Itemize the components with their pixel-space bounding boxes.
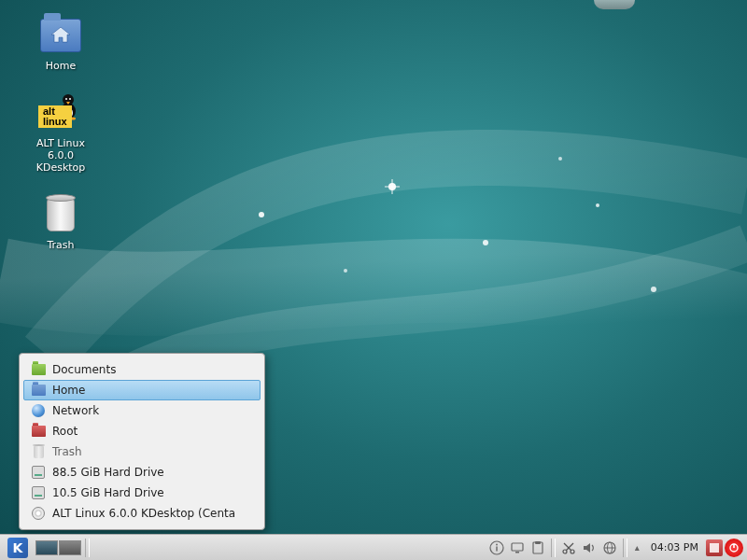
taskbar-panel: K ▴ 04:03 PM <box>0 534 747 560</box>
desktop-pager <box>35 540 81 555</box>
svg-rect-22 <box>535 541 541 544</box>
places-item-label: 88.5 GiB Hard Drive <box>52 466 164 479</box>
svg-point-3 <box>596 203 599 207</box>
places-item-hdd-2[interactable]: 10.5 GiB Hard Drive <box>23 483 261 503</box>
display-tray-icon[interactable] <box>508 538 527 558</box>
svg-point-6 <box>344 269 347 273</box>
places-item-root[interactable]: Root <box>23 421 261 441</box>
trash-icon <box>38 192 83 237</box>
svg-rect-17 <box>496 546 497 551</box>
desktop-icon-trash[interactable]: Trash <box>19 189 103 255</box>
altlinux-icon: altlinux <box>38 91 83 135</box>
places-item-label: Home <box>52 384 85 397</box>
places-item-label: Root <box>52 425 78 438</box>
svg-point-1 <box>388 183 396 190</box>
pager-desktop-1[interactable] <box>35 540 58 555</box>
svg-point-13 <box>69 98 71 100</box>
places-item-trash[interactable]: Trash <box>23 441 261 462</box>
systray-expand-arrow[interactable]: ▴ <box>631 542 643 553</box>
home-folder-icon <box>38 13 83 58</box>
svg-point-0 <box>259 212 264 217</box>
device-eject-tab[interactable] <box>594 0 635 9</box>
globe-icon <box>31 403 46 418</box>
panel-clock[interactable]: 04:03 PM <box>645 541 704 553</box>
places-item-label: Documents <box>52 363 116 376</box>
panel-separator <box>623 539 627 557</box>
places-item-home[interactable]: Home <box>23 380 261 400</box>
folder-icon <box>31 362 46 377</box>
desktop-icon-label: ALT Linux 6.0.0 KDesktop <box>22 137 99 174</box>
folder-icon <box>31 383 46 398</box>
svg-point-18 <box>496 543 498 545</box>
desktop-icon-label: Home <box>46 60 76 72</box>
svg-point-5 <box>558 157 562 161</box>
panel-separator <box>85 539 90 557</box>
places-item-label: ALT Linux 6.0.0 KDesktop (Centa <box>52 507 235 520</box>
trash-icon <box>31 444 46 459</box>
kickoff-launcher-button[interactable]: K <box>4 538 32 558</box>
network-tray-icon[interactable] <box>600 538 619 558</box>
folder-icon <box>31 424 46 439</box>
optical-disc-icon <box>31 506 46 521</box>
places-popup-menu: Documents Home Network Root Trash 88.5 G… <box>19 353 265 530</box>
svg-point-4 <box>651 287 656 292</box>
scissors-tray-icon[interactable] <box>559 538 578 558</box>
desktop-icon-altlinux[interactable]: altlinux ALT Linux 6.0.0 KDesktop <box>19 87 103 177</box>
places-item-network[interactable]: Network <box>23 400 261 421</box>
places-item-disc[interactable]: ALT Linux 6.0.0 KDesktop (Centa <box>23 503 261 524</box>
harddrive-icon <box>31 485 46 500</box>
show-desktop-button[interactable] <box>706 539 723 556</box>
places-item-documents[interactable]: Documents <box>23 359 261 380</box>
desktop-icon-label: Trash <box>47 239 74 251</box>
kde-logo-icon: K <box>7 538 28 558</box>
places-item-hdd-1[interactable]: 88.5 GiB Hard Drive <box>23 462 261 483</box>
klipper-tray-icon[interactable] <box>529 538 547 558</box>
harddrive-icon <box>31 465 46 480</box>
places-item-label: Network <box>52 404 99 417</box>
svg-point-12 <box>65 98 67 100</box>
pager-desktop-2[interactable] <box>59 540 81 555</box>
svg-rect-30 <box>710 543 719 553</box>
alt-badge-bottom: linux <box>43 116 67 127</box>
desktop-icons-area: Home altlinux ALT Linux 6.0.0 KDesktop <box>19 9 103 255</box>
panel-separator <box>551 539 556 557</box>
desktop-icon-home[interactable]: Home <box>19 9 103 76</box>
svg-rect-20 <box>515 552 519 553</box>
places-item-label: 10.5 GiB Hard Drive <box>52 486 164 499</box>
info-tray-icon[interactable] <box>487 538 506 558</box>
places-item-label: Trash <box>52 445 82 458</box>
logout-power-button[interactable] <box>725 539 743 557</box>
volume-tray-icon[interactable] <box>580 538 599 558</box>
svg-rect-19 <box>512 543 523 551</box>
svg-point-2 <box>483 240 488 245</box>
